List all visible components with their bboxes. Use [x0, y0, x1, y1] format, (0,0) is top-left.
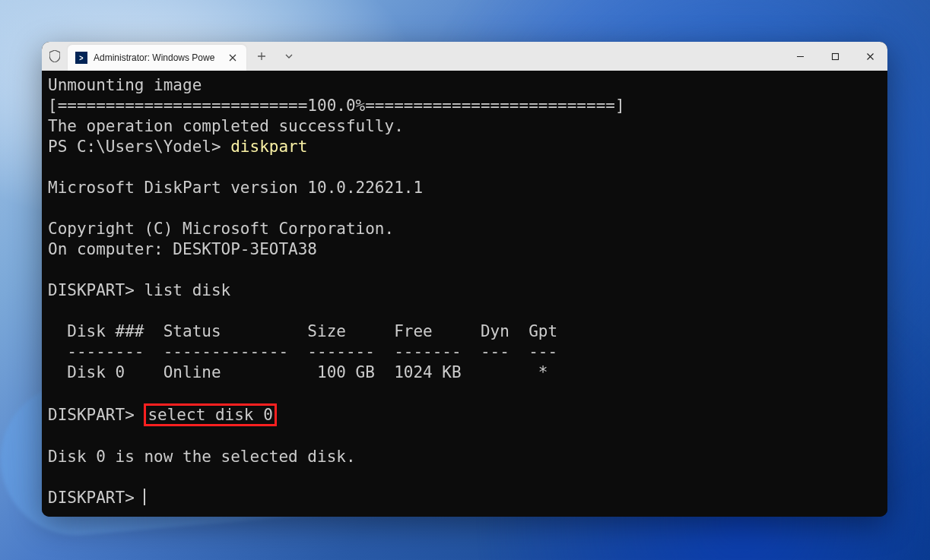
prompt: DISKPART> — [48, 489, 144, 507]
prompt: DISKPART> — [48, 281, 144, 299]
table-divider: -------- ------------- ------- ------- -… — [48, 343, 557, 361]
tab-dropdown-button[interactable] — [277, 44, 301, 68]
terminal-output[interactable]: Unmounting image [======================… — [42, 71, 887, 517]
output-line: Disk 0 is now the selected disk. — [48, 448, 356, 466]
titlebar[interactable]: Administrator: Windows Powe — [42, 42, 887, 71]
admin-shield-icon — [42, 50, 68, 62]
output-line: Microsoft DiskPart version 10.0.22621.1 — [48, 179, 423, 197]
tab-active[interactable]: Administrator: Windows Powe — [68, 45, 246, 71]
output-line: Copyright (C) Microsoft Corporation. — [48, 220, 394, 238]
output-line: On computer: DESKTOP-3EOTA38 — [48, 240, 317, 258]
powershell-icon — [75, 52, 87, 64]
prompt: DISKPART> — [48, 406, 144, 424]
maximize-button[interactable] — [817, 42, 852, 71]
highlighted-command: select disk 0 — [144, 403, 276, 426]
output-line: Unmounting image — [48, 76, 202, 94]
output-line: [==========================100.0%=======… — [48, 96, 625, 115]
tab-title: Administrator: Windows Powe — [94, 52, 221, 63]
output-line: The operation completed successfully. — [48, 117, 404, 135]
minimize-button[interactable] — [782, 42, 817, 71]
table-header: Disk ### Status Size Free Dyn Gpt — [48, 322, 557, 340]
table-row: Disk 0 Online 100 GB 1024 KB * — [48, 363, 548, 381]
close-button[interactable] — [852, 42, 887, 71]
command: list disk — [144, 281, 230, 299]
tab-close-button[interactable] — [227, 52, 239, 64]
prompt: PS C:\Users\Yodel> — [48, 138, 230, 156]
new-tab-button[interactable] — [249, 44, 274, 68]
cursor — [144, 489, 145, 505]
svg-rect-0 — [832, 53, 838, 59]
command: diskpart — [230, 138, 307, 156]
terminal-window: Administrator: Windows Powe Unmounting i… — [42, 42, 887, 517]
